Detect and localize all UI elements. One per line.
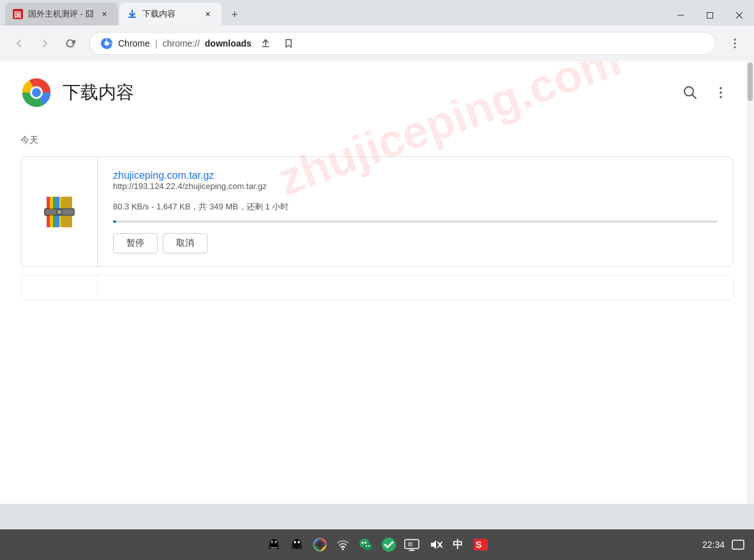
chrome-address-icon [100,37,113,50]
svg-point-46 [317,542,322,547]
qq-icon-2 [289,536,305,553]
window-controls [666,5,754,26]
taskbar-monitor[interactable]: ⊡ [403,536,421,554]
svg-point-50 [361,542,363,544]
chrome-logo [20,77,52,109]
maximize-button[interactable] [695,5,725,26]
download-icon-column [21,157,98,266]
three-dots-icon [729,38,741,49]
taskbar-sogou[interactable]: S [472,536,490,554]
scrollbar[interactable] [746,61,754,504]
taskbar-time: 22:34 [702,540,725,550]
chrome-menu-button[interactable] [723,32,746,55]
downloads-body: 今天 [0,119,754,504]
svg-point-14 [32,88,41,97]
reload-icon [65,38,75,49]
svg-point-17 [720,87,722,89]
svg-text:⊡: ⊡ [408,541,412,547]
tabs-bar: 国 国外主机测评 - 囧 ✕ 下载内容 ✕ + [5,0,246,26]
taskbar-ime[interactable]: 中 [449,536,467,554]
downloads-page: zhujiceping.com 下载内容 [0,61,754,504]
downloads-header: 下载内容 [0,61,754,119]
download-url: http://193.124.22.4/zhujiceping.com.tar.… [113,181,718,191]
download-item-2 [20,275,734,300]
new-tab-button[interactable]: + [224,4,246,26]
section-today-label: 今天 [20,135,734,146]
svg-point-49 [363,543,372,550]
back-button[interactable] [8,32,31,55]
sogou-icon: S [472,536,489,553]
wechat-icon [358,536,374,553]
scrollbar-thumb[interactable] [748,63,753,101]
tab1-label: 国外主机测评 - 囧 [28,8,94,20]
ime-label: 中 [453,538,463,552]
header-actions [677,80,734,105]
svg-point-19 [720,96,722,98]
taskbar-wechat[interactable] [357,536,375,554]
taskbar-wifi[interactable] [334,536,352,554]
svg-point-11 [734,47,736,49]
tab2-close[interactable]: ✕ [202,8,214,20]
close-button[interactable] [725,5,754,26]
progress-bar-container [113,220,718,223]
svg-point-43 [294,541,296,543]
address-url-prefix: chrome:// [162,38,199,49]
svg-rect-35 [57,210,61,214]
tab-active[interactable]: 下载内容 ✕ [119,3,222,26]
downloads-menu-button[interactable] [708,80,734,105]
notification-button[interactable] [730,536,746,553]
share-button[interactable] [257,34,275,52]
svg-point-53 [368,545,369,547]
svg-point-54 [382,538,396,552]
svg-point-40 [271,542,273,543]
winrar-icon [39,192,80,232]
taskbar-mute[interactable] [426,536,444,554]
reload-button[interactable] [59,32,82,55]
wifi-icon [335,536,351,553]
downloads-page-title: 下载内容 [63,80,677,105]
progress-bar-fill [113,220,116,223]
svg-rect-2 [128,17,136,18]
tab2-label: 下载内容 [142,8,176,20]
svg-point-18 [720,91,722,94]
svg-rect-3 [677,15,684,16]
search-downloads-button[interactable] [677,80,703,105]
download-icon-col-2 [21,275,98,300]
bookmark-button[interactable] [280,34,298,52]
download-filename[interactable]: zhujiceping.com.tar.gz [113,170,214,181]
more-options-icon [714,86,728,100]
monitor-icon: ⊡ [403,536,420,553]
svg-point-44 [298,541,299,543]
address-bar[interactable]: Chrome | chrome://downloads [89,32,716,55]
svg-rect-63 [732,540,744,549]
title-bar: 国 国外主机测评 - 囧 ✕ 下载内容 ✕ + [0,0,754,26]
download-item: zhujiceping.com.tar.gz http://193.124.22… [20,156,734,267]
tab-inactive[interactable]: 国 国外主机测评 - 囧 ✕ [5,3,118,26]
share-icon [260,38,271,49]
address-actions [257,34,298,52]
cancel-button[interactable]: 取消 [163,233,207,254]
check-icon [381,536,397,553]
download-info: zhujiceping.com.tar.gz http://193.124.22… [98,157,733,266]
minimize-button[interactable] [666,5,695,26]
taskbar-color-wheel[interactable] [311,536,329,554]
svg-point-51 [365,542,366,544]
taskbar-qq1[interactable] [265,536,283,554]
pause-button[interactable]: 暂停 [113,233,158,254]
download-actions: 暂停 取消 [113,233,718,254]
svg-point-10 [734,43,736,45]
svg-text:S: S [476,540,481,550]
tab1-close[interactable]: ✕ [99,8,110,20]
taskbar-right: 22:34 [702,536,746,553]
svg-point-42 [292,539,301,549]
forward-icon [40,38,50,49]
forward-button[interactable] [33,32,56,55]
download-info-2 [98,275,733,300]
taskbar-check[interactable] [380,536,398,554]
svg-point-52 [365,545,366,547]
address-url-path: downloads [205,38,252,49]
svg-text:国: 国 [14,11,21,19]
svg-point-41 [275,542,276,543]
svg-point-9 [734,39,736,41]
taskbar-qq2[interactable] [288,536,306,554]
